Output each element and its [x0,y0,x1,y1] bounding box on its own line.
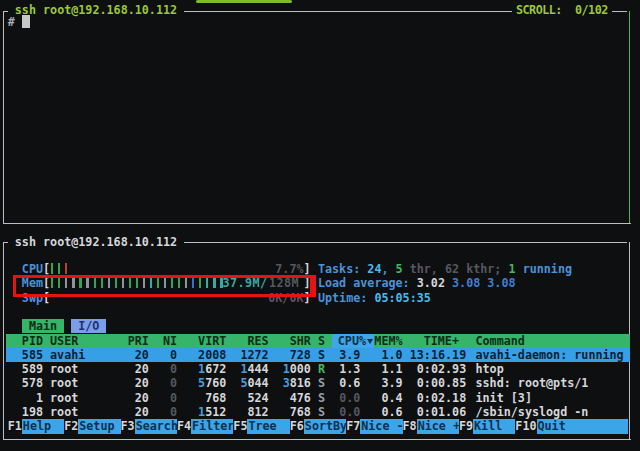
cell-state: S [318,391,325,405]
tasks-segment [403,262,410,276]
tasks-segment: running [523,262,572,276]
cell-time: 0:02.18 [417,391,466,405]
tab-io-label: I/O [78,319,99,333]
header-cell-res: RES [247,334,268,348]
cell-cpu: 1.3 [339,362,360,376]
fkey-label-block: Quit [537,419,629,433]
fkey-label: Help [23,419,51,433]
fkey-label-block: Search [135,419,177,433]
cell-res-mb: 1 [240,362,247,376]
cell-pri: 20 [135,348,149,362]
terminal-screen: ssh root@192.168.10.112 SCROLL: 0/102 # … [0,0,640,451]
cell-pid: 585 [22,348,43,362]
cell-virt: 2008 [198,348,226,362]
header-cell-user: USER [50,334,78,348]
load-segment: 3.02 [417,276,445,290]
cell-command: /sbin/syslogd -n [476,405,589,419]
fkey-label: Filter [192,419,234,433]
cell-time: 0:01.06 [417,405,466,419]
bottom-pane-border-bottom [3,439,632,440]
fkey-key: F5 [233,419,247,433]
cell-ni: 0 [170,376,177,390]
fkey-label-block: Kill [473,419,515,433]
cell-pid: 589 [22,362,43,376]
cell-command: sshd: root@pts/1 [476,376,589,390]
header-cell-shr: SHR [290,334,311,348]
fkey-label-block: Setup [78,419,120,433]
load-segment: Load average: [318,276,417,290]
fkey-key: F4 [177,419,191,433]
top-pane-title: ssh root@192.168.10.112 [8,3,184,17]
tab-main-label: Main [29,319,57,333]
cell-res: 1272 [240,348,268,362]
fkey-label-block: Filter [191,419,233,433]
cell-state: S [318,405,325,419]
tasks-segment: Tasks: [318,262,367,276]
header-cell-time: TIME+ [424,334,459,348]
cell-cpu: 0.6 [339,376,360,390]
uptime-segment: Uptime: [318,291,374,305]
meter-pipe [65,263,67,274]
cell-ni: 0 [170,391,177,405]
tab-io[interactable]: I/O [71,319,106,333]
header-cell-cpu: CPU% [338,334,366,348]
fkey-label: Tree [248,419,276,433]
load-segment: 3.08 [452,276,480,290]
cell-mem: 0.4 [381,391,402,405]
cell-command: init [3] [476,391,532,405]
top-pane-border-bottom [3,223,631,224]
header-cell-pri: PRI [128,334,149,348]
cell-command: avahi-daemon: running [476,348,624,362]
cell-ni: 0 [170,405,177,419]
cell-shr: 728 [290,348,311,362]
tasks-segment: 24 [367,262,381,276]
cell-mem: 3.9 [381,376,402,390]
cell-virt-mb: 5 [198,376,205,390]
header-cell-ni: NI [163,334,177,348]
tasks-segment: , [381,262,395,276]
cell-shr: 476 [290,391,311,405]
cell-virt: 768 [205,391,226,405]
cell-user: root [50,362,78,376]
cell-res-mb: 5 [240,376,247,390]
fkey-key: F1 [8,419,22,433]
tab-main[interactable]: Main [22,319,64,333]
fkey-label: SortBy [305,419,347,433]
top-tab-strip [196,0,292,3]
cell-command: htop [476,362,504,376]
cell-cpu: 0.0 [339,391,360,405]
cell-pri: 20 [135,391,149,405]
cell-state: S [318,348,325,362]
cell-pid: 578 [22,376,43,390]
cell-pid: 1 [36,391,43,405]
tasks-summary: Tasks: 24, 5 thr, 62 kthr; 1 running [318,262,572,276]
bottom-pane-border-left [3,242,4,439]
cell-shr-mb: 3 [283,376,290,390]
top-pane-border-left [3,11,4,224]
cell-shr: 768 [290,405,311,419]
cell-virt: 672 [205,362,226,376]
fkey-label-block: Nice + [417,419,459,433]
terminal-cursor[interactable] [22,15,30,28]
cell-state: S [318,376,325,390]
cell-shr-mb: 1 [283,362,290,376]
cell-pri: 20 [135,405,149,419]
sort-arrow-icon [367,339,373,344]
tasks-segment: 62 kthr; [445,262,501,276]
bottom-pane-title: ssh root@192.168.10.112 [8,235,184,249]
cell-mem: 1.1 [381,362,402,376]
load-segment: 3.08 [487,276,515,290]
fkey-label: Kill [474,419,502,433]
scroll-indicator: SCROLL: 0/102 [512,3,612,17]
meter-pipe [51,263,53,274]
cell-virt-mb: 1 [198,362,205,376]
cell-shr: 000 [290,362,311,376]
tasks-segment: thr, [410,262,445,276]
fkey-key: F6 [290,419,304,433]
tasks-segment [501,262,508,276]
tasks-segment: 5 [396,262,403,276]
header-cell-virt: VIRT [198,334,226,348]
cell-res: 444 [247,362,268,376]
fkey-label: Nice - [361,419,403,433]
cell-res: 812 [247,405,268,419]
